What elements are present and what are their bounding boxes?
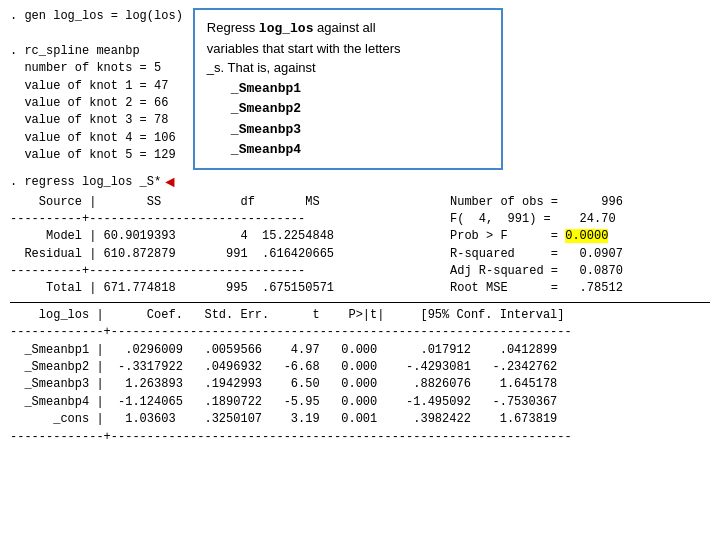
coef-table: log_los | Coef. Std. Err. t P>|t| [95% C… [10, 307, 710, 446]
tooltip-smeanbp1: _Smeanbp1 [231, 81, 301, 96]
tooltip-line2: variables that start with the letters [207, 41, 401, 56]
fit-stats: Number of obs = 996 F( 4, 991) = 24.70 P… [430, 194, 710, 298]
top-section: . gen log_los = log(los) . rc_spline mea… [10, 8, 710, 170]
arrow-icon: ◄ [165, 174, 175, 192]
tooltip-smeanbp4: _Smeanbp4 [231, 142, 301, 157]
prob-value: 0.0000 [565, 229, 608, 243]
stats-area: Source | SS df MS ----------+-----------… [10, 194, 710, 298]
left-code: . gen log_los = log(los) . rc_spline mea… [10, 8, 183, 170]
tooltip-smeanbp2: _Smeanbp2 [231, 101, 301, 116]
tooltip-smeanbp3: _Smeanbp3 [231, 122, 301, 137]
rc-spline-block: . rc_spline meanbp number of knots = 5 v… [10, 43, 183, 165]
divider-line [10, 302, 710, 303]
tooltip-line3: _s. That is, against [207, 60, 316, 75]
regress-line: . regress log_los _S* ◄ [10, 174, 710, 192]
gen-command: . gen log_los = log(los) [10, 8, 183, 25]
anova-table: Source | SS df MS ----------+-----------… [10, 194, 430, 298]
main-container: . gen log_los = log(los) . rc_spline mea… [0, 0, 720, 540]
tooltip-box: Regress log_los against all variables th… [193, 8, 503, 170]
tooltip-line1: Regress log_los against all [207, 20, 376, 35]
tooltip-var: log_los [259, 21, 314, 36]
fit-stats-text: Number of obs = 996 F( 4, 991) = 24.70 P… [450, 194, 710, 298]
blank1 [10, 25, 183, 42]
anova-left: Source | SS df MS ----------+-----------… [10, 194, 430, 298]
regress-command: . regress log_los _S* [10, 174, 161, 191]
